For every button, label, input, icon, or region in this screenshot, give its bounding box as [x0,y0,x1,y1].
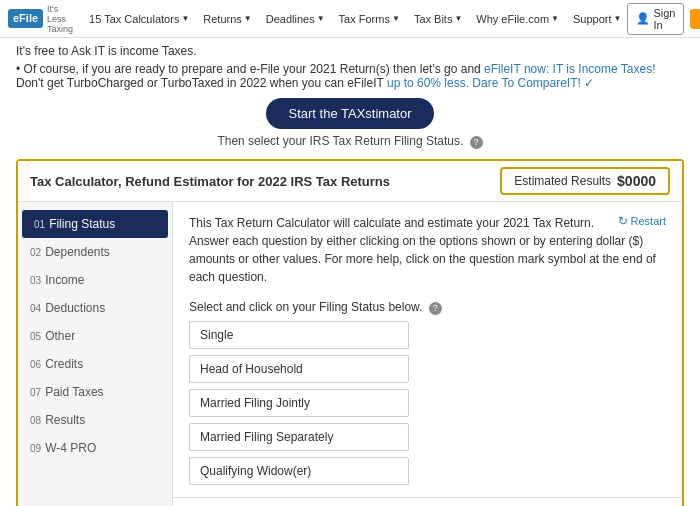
calc-title: Tax Calculator, Refund Estimator for 202… [30,174,390,189]
sidebar-item-other[interactable]: 05 Other [18,322,172,350]
nav-tax-bits[interactable]: Tax Bits ▼ [408,9,468,29]
logo-area[interactable]: eFile It's Less Taxing [8,4,73,34]
nav-items: 15 Tax Calculators ▼ Returns ▼ Deadlines… [83,9,627,29]
filing-help-icon[interactable]: ? [429,302,442,315]
chevron-down-icon: ▼ [454,14,462,23]
nav-why-efile[interactable]: Why eFile.com ▼ [470,9,565,29]
calc-description-text: This Tax Return Calculator will calculat… [189,214,666,286]
nav-right: 👤 Sign In Start Now [627,3,700,35]
estimated-results: Estimated Results $0000 [500,167,670,195]
sidebar-item-results[interactable]: 08 Results [18,406,172,434]
nav-tax-forms[interactable]: Tax Forms ▼ [333,9,406,29]
nav-deadlines[interactable]: Deadlines ▼ [260,9,331,29]
logo: eFile [8,9,43,28]
calc-footer: Back Next [173,497,682,506]
sidebar-item-deductions[interactable]: 04 Deductions [18,294,172,322]
user-icon: 👤 [636,12,650,25]
chevron-down-icon: ▼ [181,14,189,23]
intro-line1: It's free to Ask IT is income Taxes. [16,44,684,58]
filing-status-sublabel: Then select your IRS Tax Return Filing S… [16,134,684,149]
restart-icon: ↻ [618,214,628,228]
sidebar-item-filing-status[interactable]: 01 Filing Status [22,210,168,238]
calculator-box: Tax Calculator, Refund Estimator for 202… [16,159,684,506]
filing-option-qualifying-widow[interactable]: Qualifying Widow(er) [189,457,409,485]
nav-returns[interactable]: Returns ▼ [197,9,257,29]
restart-button[interactable]: ↻ Restart [618,214,666,228]
filing-option-head-of-household[interactable]: Head of Household [189,355,409,383]
start-taxstimator-button[interactable]: Start the TAXstimator [266,98,433,129]
sidebar-item-credits[interactable]: 06 Credits [18,350,172,378]
sidebar-item-dependents[interactable]: 02 Dependents [18,238,172,266]
filing-options: Single Head of Household Married Filing … [189,321,409,485]
filing-option-married-separately[interactable]: Married Filing Separately [189,423,409,451]
start-now-button[interactable]: Start Now [690,9,700,29]
nav-support[interactable]: Support ▼ [567,9,627,29]
sign-in-button[interactable]: 👤 Sign In [627,3,684,35]
compare-link[interactable]: up to 60% less. Dare To CompareIT! [387,76,581,90]
nav-tax-calculators[interactable]: 15 Tax Calculators ▼ [83,9,195,29]
calc-body: 01 Filing Status 02 Dependents 03 Income… [18,202,682,506]
help-icon[interactable]: ? [470,136,483,149]
chevron-down-icon: ▼ [392,14,400,23]
cta-section: Start the TAXstimator Then select your I… [16,98,684,149]
content-area: It's free to Ask IT is income Taxes. • O… [0,38,700,506]
efile-it-link[interactable]: eFileIT now: IT is Income Taxes! [484,62,655,76]
logo-tagline: It's Less Taxing [47,4,73,34]
estimated-label: Estimated Results [514,174,611,188]
calc-description: ↻ Restart This Tax Return Calculator wil… [189,214,666,286]
chevron-down-icon: ▼ [551,14,559,23]
chevron-down-icon: ▼ [614,14,622,23]
calc-main: ↻ Restart This Tax Return Calculator wil… [173,202,682,497]
filing-option-married-jointly[interactable]: Married Filing Jointly [189,389,409,417]
sidebar-item-paid-taxes[interactable]: 07 Paid Taxes [18,378,172,406]
navbar: eFile It's Less Taxing 15 Tax Calculator… [0,0,700,38]
filing-option-single[interactable]: Single [189,321,409,349]
checkmark-icon: ✓ [584,76,594,90]
calc-main-wrapper: ↻ Restart This Tax Return Calculator wil… [173,202,682,506]
calc-header: Tax Calculator, Refund Estimator for 202… [18,161,682,202]
chevron-down-icon: ▼ [244,14,252,23]
filing-question: Select and click on your Filing Status b… [189,300,666,315]
estimated-value: $0000 [617,173,656,189]
sidebar-item-income[interactable]: 03 Income [18,266,172,294]
intro-line2: • Of course, if you are ready to prepare… [16,62,684,90]
calc-sidebar: 01 Filing Status 02 Dependents 03 Income… [18,202,173,506]
chevron-down-icon: ▼ [317,14,325,23]
sidebar-item-w4-pro[interactable]: 09 W-4 PRO [18,434,172,462]
